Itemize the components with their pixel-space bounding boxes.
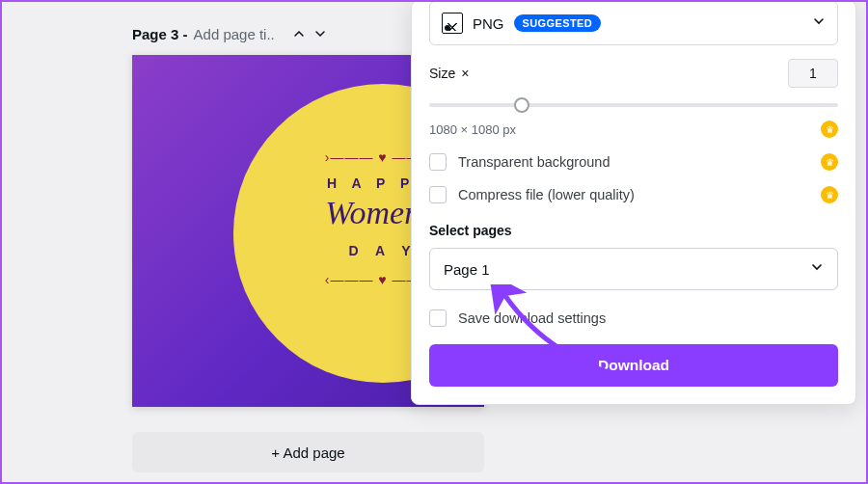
download-button[interactable]: Download <box>429 344 838 387</box>
page-nav-controls <box>290 25 329 42</box>
compress-checkbox[interactable] <box>429 186 447 203</box>
page-down-button[interactable] <box>312 25 329 42</box>
page-header: Page 3 - Add page ti.. <box>132 25 329 42</box>
compress-row: Compress file (lower quality) ♛ <box>429 186 838 203</box>
select-pages-label: Select pages <box>429 223 838 238</box>
slider-thumb[interactable] <box>514 97 529 113</box>
dimensions-row: 1080 × 1080 px ♛ <box>429 121 838 138</box>
size-row: Size × <box>429 59 838 88</box>
premium-crown-icon: ♛ <box>821 153 838 171</box>
chevron-down-icon <box>810 260 824 278</box>
suggested-badge: SUGGESTED <box>514 14 602 32</box>
page-title-placeholder[interactable]: Add page ti.. <box>194 26 275 42</box>
add-page-button[interactable]: + Add page <box>132 432 484 472</box>
transparent-bg-checkbox[interactable] <box>429 153 447 171</box>
file-type-select[interactable]: PNG SUGGESTED <box>429 1 838 45</box>
download-panel: PNG SUGGESTED Size × 1080 × 1080 px ♛ Tr… <box>411 0 856 405</box>
selected-page-value: Page 1 <box>444 261 490 278</box>
slider-track <box>429 103 838 107</box>
chevron-down-icon <box>812 14 826 32</box>
save-settings-label: Save download settings <box>458 310 606 326</box>
size-label: Size × <box>429 66 469 81</box>
file-type-label: PNG <box>473 15 504 32</box>
image-icon <box>442 13 463 34</box>
compress-label: Compress file (lower quality) <box>458 187 635 202</box>
page-up-button[interactable] <box>290 25 308 42</box>
save-settings-row: Save download settings <box>429 309 838 327</box>
transparent-bg-row: Transparent background ♛ <box>429 153 838 171</box>
text-day: D A Y <box>348 243 417 258</box>
save-settings-checkbox[interactable] <box>429 309 447 327</box>
premium-crown-icon: ♛ <box>821 186 838 203</box>
size-multiplier-input[interactable] <box>788 59 838 88</box>
dimensions-text: 1080 × 1080 px <box>429 122 516 137</box>
add-page-label: + Add page <box>271 444 344 461</box>
premium-crown-icon: ♛ <box>821 121 838 138</box>
download-button-label: Download <box>598 357 669 373</box>
transparent-bg-label: Transparent background <box>458 154 610 170</box>
page-number-label: Page 3 - <box>132 26 188 42</box>
size-slider[interactable] <box>429 97 838 113</box>
select-pages-dropdown[interactable]: Page 1 <box>429 248 838 290</box>
